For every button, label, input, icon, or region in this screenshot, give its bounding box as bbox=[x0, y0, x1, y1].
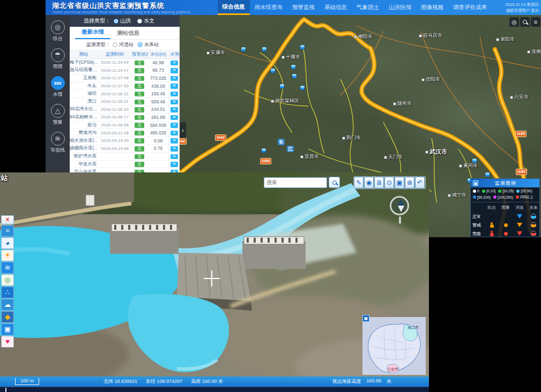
camera-icon[interactable]: ◉ bbox=[364, 177, 374, 189]
station-row[interactable]: 84花栎树水…2019-11-06 17无281.88= bbox=[70, 114, 180, 122]
view-height-unit: 米 bbox=[387, 378, 391, 385]
view-eye-icon[interactable]: ⊙ bbox=[384, 177, 394, 189]
table-header: 测站监测时间预警状态水位(m)水势今日水位 bbox=[70, 50, 180, 59]
station-row[interactable]: 姚棚雨水库(…2019-09-19 06无0.75= bbox=[70, 145, 180, 153]
rail-item-预警[interactable]: △预警 bbox=[51, 104, 65, 126]
type-option-山洪[interactable]: 山洪 bbox=[114, 17, 131, 25]
legend-cell bbox=[485, 221, 499, 229]
station-row[interactable]: 樊城河沟2019-09-21 05无486.025= bbox=[70, 129, 180, 137]
header-date: 2019-11-24 星期日 bbox=[506, 2, 539, 7]
logout-link[interactable]: 退出 bbox=[531, 8, 539, 13]
bird-marker-icon[interactable]: ♥ bbox=[1, 336, 14, 348]
search-icon[interactable] bbox=[520, 17, 530, 27]
legend-scale-row: 0(0,10][10,25)[25,50) bbox=[471, 187, 539, 193]
filter-option-河道站[interactable]: 河道站 bbox=[113, 41, 134, 48]
station-marker[interactable] bbox=[262, 148, 266, 153]
search-button[interactable] bbox=[329, 177, 340, 188]
whirlpool-effect-icon[interactable]: ◕ bbox=[1, 237, 14, 249]
legend-row-危险: 危险 bbox=[471, 229, 485, 237]
station-marker[interactable] bbox=[485, 172, 490, 177]
station-marker[interactable] bbox=[292, 74, 297, 78]
rail-item-雨情[interactable]: ☂雨情 bbox=[51, 48, 65, 70]
station-row[interactable]: 殷冶2019-11-06 05无594.930= bbox=[70, 122, 180, 130]
compass-control[interactable] bbox=[390, 196, 411, 226]
rail-预警-icon: △ bbox=[51, 104, 65, 118]
nav-item-调查评价成果[interactable]: 调查评价成果 bbox=[448, 0, 492, 15]
compass-south-needle bbox=[398, 206, 404, 212]
station-marker[interactable] bbox=[280, 84, 284, 88]
filter-option-水库站[interactable]: 水库站 bbox=[138, 41, 159, 48]
view-height-value: 160.89 bbox=[366, 378, 381, 385]
station-row[interactable]: 铁炉湾水库无= bbox=[70, 153, 180, 161]
overview-inset-map[interactable]: ▣ 海口市 三亚市 bbox=[362, 315, 426, 375]
cell-level: 156.45 bbox=[148, 91, 168, 96]
rail-label: 预警 bbox=[53, 119, 63, 126]
rail-item-综合[interactable]: ◎综合 bbox=[51, 20, 65, 42]
place-icon bbox=[271, 100, 274, 103]
station-row[interactable]: 96花湾水位…2019-11-06 20无244.51= bbox=[70, 106, 180, 114]
globe-icon[interactable]: ⊕ bbox=[405, 177, 414, 189]
nav-item-气象国土[interactable]: 气象国土 bbox=[352, 0, 384, 15]
layers-icon[interactable]: ≡ bbox=[531, 17, 540, 27]
station-row[interactable]: 牛头2019-11-07 00无436.00= bbox=[70, 82, 180, 91]
sketch-tool-icon[interactable]: ✎ bbox=[354, 177, 364, 189]
station-marker[interactable] bbox=[271, 69, 275, 73]
cell-level: 66.73 bbox=[148, 67, 168, 73]
nav-item-基础信息[interactable]: 基础信息 bbox=[320, 0, 352, 15]
image-icon[interactable]: ▣ bbox=[395, 177, 404, 189]
station-row[interactable]: 响水洞水库(…2019-09-19 00无0.08= bbox=[70, 137, 180, 145]
station-marker[interactable] bbox=[472, 159, 477, 163]
tab-最新水情[interactable]: 最新水情 bbox=[75, 26, 110, 39]
snapshot-tool-icon[interactable]: ▣ bbox=[1, 323, 14, 335]
road-badge-G35: G35 bbox=[515, 131, 527, 137]
station-row[interactable]: 城坝2019-11-06 22无156.45= bbox=[70, 90, 180, 98]
list-icon[interactable]: ≣ bbox=[374, 177, 384, 189]
search-input[interactable] bbox=[264, 177, 327, 188]
station-marker[interactable] bbox=[241, 47, 246, 51]
cell-time: 2019-09-19 00 bbox=[98, 138, 132, 143]
typhoon-effect-icon[interactable]: ☀ bbox=[1, 250, 14, 261]
nav-item-山洪快报[interactable]: 山洪快报 bbox=[384, 0, 416, 15]
scale-dot-icon bbox=[516, 190, 520, 193]
tab-测站信息[interactable]: 测站信息 bbox=[110, 27, 146, 39]
map-label-武汉市: 武汉市 bbox=[425, 148, 447, 156]
station-row[interactable]: 潭口2019-11-06 21无559.48= bbox=[70, 98, 180, 106]
nav-item-综合信息[interactable]: 综合信息 bbox=[218, 0, 250, 15]
locate-icon[interactable]: ◎ bbox=[509, 17, 519, 27]
close-button[interactable]: × bbox=[1, 215, 14, 224]
rail-item-等值线[interactable]: ≋等值线 bbox=[50, 132, 65, 154]
column-header: 预警状态 bbox=[132, 51, 148, 58]
ripple-effect-icon[interactable]: ≋ bbox=[1, 262, 14, 274]
station-row[interactable]: 华龙水库无= bbox=[70, 161, 180, 169]
nav-item-雨水情查询[interactable]: 雨水情查询 bbox=[250, 0, 288, 15]
undo-icon[interactable]: ↶ bbox=[415, 177, 425, 189]
cell-time: 2019-09-21 05 bbox=[98, 131, 132, 135]
status-badge: 无 bbox=[135, 115, 144, 120]
terrain-effect-icon[interactable]: ◆ bbox=[1, 311, 14, 323]
station-row[interactable]: 玉皇阁2019-11-07 08无773.025= bbox=[70, 74, 180, 82]
station-row[interactable]: 跑马坝雨量…2019-11-24 07无66.73= bbox=[70, 67, 180, 75]
station-marker[interactable] bbox=[300, 86, 305, 90]
panel-collapse-button[interactable]: ‹ bbox=[180, 122, 186, 138]
legend-cell bbox=[527, 212, 540, 221]
rail-item-水情[interactable]: 888水情 bbox=[51, 76, 65, 98]
cell-status: 无 bbox=[132, 60, 148, 66]
station-marker[interactable] bbox=[291, 65, 295, 69]
cell-status: 无 bbox=[132, 83, 148, 89]
nav-item-预警监视[interactable]: 预警监视 bbox=[287, 0, 320, 15]
wave-effect-icon[interactable]: ≈ bbox=[1, 225, 14, 237]
aperture-tool-icon[interactable]: ◎ bbox=[1, 274, 14, 286]
station-marker[interactable] bbox=[262, 47, 266, 51]
trend-flat-icon: = bbox=[171, 138, 178, 144]
dot-icon bbox=[504, 232, 508, 236]
trend-flat-icon: = bbox=[171, 123, 178, 128]
cell-trend: = bbox=[168, 161, 180, 167]
triangle-icon bbox=[517, 231, 522, 236]
flood-effect-icon[interactable]: ∴ bbox=[1, 287, 14, 298]
cloud-effect-icon[interactable]: ☁ bbox=[1, 299, 14, 311]
type-option-水文[interactable]: 水文 bbox=[137, 17, 154, 25]
station-marker[interactable] bbox=[300, 45, 305, 49]
cell-level: 281.88 bbox=[148, 115, 168, 120]
nav-item-图像视频[interactable]: 图像视频 bbox=[416, 0, 448, 15]
station-row[interactable]: 梅子(GPS站…2019-11-24 09无46.98=46.99 bbox=[70, 59, 180, 67]
